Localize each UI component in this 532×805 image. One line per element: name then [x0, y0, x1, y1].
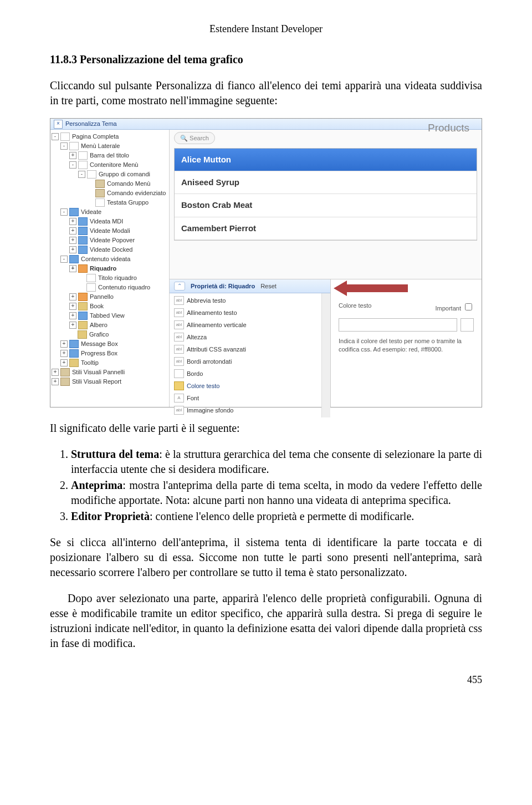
expand-toggle-icon[interactable]: +: [69, 293, 76, 300]
tree-node[interactable]: +Barra del titolo: [69, 151, 168, 160]
tree-node[interactable]: +Stili Visuali Pannelli: [52, 368, 168, 377]
property-row[interactable]: ablAbbrevia testo: [173, 294, 315, 307]
node-label: Barra del titolo: [90, 151, 129, 160]
tree-node[interactable]: +Book: [69, 302, 168, 311]
expand-toggle-icon[interactable]: +: [60, 359, 68, 366]
expand-toggle-icon[interactable]: +: [69, 303, 76, 310]
property-row[interactable]: ablBordi arrotondati: [173, 355, 315, 368]
expand-toggle-icon[interactable]: +: [69, 312, 76, 319]
expand-toggle-icon[interactable]: +: [52, 378, 59, 385]
node-label: Progress Box: [81, 349, 117, 358]
property-row[interactable]: AFont: [173, 392, 315, 404]
property-row[interactable]: ablAllineamento testo: [173, 307, 315, 319]
properties-list[interactable]: ablAbbrevia testoablAllineamento testoab…: [170, 293, 321, 417]
paragraph-1: Se si clicca all'interno dell'anteprima,…: [50, 535, 482, 580]
theme-tree[interactable]: -Pagina Completa-Menù Laterale+Barra del…: [50, 130, 170, 407]
tree-node[interactable]: +Albero: [69, 320, 168, 330]
tree-node[interactable]: +Pannello: [69, 292, 168, 302]
node-icon: [95, 198, 105, 207]
important-checkbox[interactable]: [465, 303, 472, 310]
property-label: Allineamento verticale: [187, 321, 247, 329]
property-icon: abl: [174, 333, 184, 342]
node-icon: [86, 274, 96, 282]
tree-node[interactable]: -Menù Laterale: [60, 141, 168, 151]
property-row[interactable]: ablImmagine sfondo: [173, 404, 315, 416]
node-icon: [86, 283, 96, 292]
tree-node[interactable]: -Pagina Completa: [52, 132, 168, 141]
property-row[interactable]: ablAttributi CSS avanzati: [173, 343, 315, 355]
color-input[interactable]: [339, 318, 457, 332]
node-icon: [78, 293, 88, 301]
property-icon: [174, 369, 184, 378]
property-row[interactable]: Colore testo: [173, 380, 315, 392]
expand-toggle-icon[interactable]: +: [69, 218, 76, 225]
close-icon[interactable]: ×: [54, 120, 63, 129]
property-icon: abl: [174, 345, 184, 354]
running-header: Estendere Instant Developer: [50, 22, 482, 35]
tree-node[interactable]: +Videate Popover: [69, 236, 168, 245]
tree-node[interactable]: +Message Box: [60, 339, 168, 349]
reset-button[interactable]: Reset: [260, 282, 277, 291]
callout-arrow-icon: [334, 281, 408, 296]
expand-toggle-icon[interactable]: +: [52, 369, 59, 376]
property-icon: abl: [174, 320, 184, 329]
expand-toggle-icon[interactable]: -: [78, 171, 85, 178]
expand-toggle-icon[interactable]: +: [69, 237, 76, 244]
tree-node[interactable]: Testata Gruppo: [87, 198, 168, 207]
collapse-icon[interactable]: ⌃: [174, 282, 185, 291]
expand-toggle-icon[interactable]: +: [69, 265, 76, 272]
tree-node[interactable]: Comando Menù: [87, 179, 168, 188]
node-label: Comando evidenziato: [107, 189, 166, 197]
expand-toggle-icon[interactable]: +: [69, 246, 76, 253]
expand-toggle-icon[interactable]: +: [69, 322, 76, 329]
property-row[interactable]: ablAltezza: [173, 331, 315, 343]
tree-node[interactable]: Grafico: [69, 330, 168, 339]
expand-toggle-icon[interactable]: -: [60, 256, 68, 263]
window-titlebar: × Personalizza Tema: [50, 119, 482, 130]
property-label: Bordi arrotondati: [187, 358, 232, 366]
product-row[interactable]: Aniseed Syrup: [175, 171, 477, 194]
property-label: Allineamento testo: [187, 309, 237, 317]
expand-toggle-icon[interactable]: -: [69, 161, 76, 169]
color-swatch[interactable]: [461, 318, 474, 332]
tree-node[interactable]: +Videate Modali: [69, 226, 168, 236]
node-label: Menù Laterale: [81, 142, 120, 150]
node-icon: [78, 302, 88, 310]
tree-node[interactable]: Titolo riquadro: [78, 273, 168, 283]
tree-node[interactable]: +Videate Docked: [69, 245, 168, 254]
tree-node[interactable]: Comando evidenziato: [87, 188, 168, 198]
preview-pane[interactable]: 🔍 Search Products Alice MuttonAniseed Sy…: [170, 130, 482, 279]
node-icon: [69, 255, 79, 263]
node-icon: [78, 330, 87, 339]
expand-toggle-icon[interactable]: +: [60, 340, 68, 348]
expand-toggle-icon[interactable]: +: [60, 350, 68, 357]
tree-node[interactable]: +Progress Box: [60, 349, 168, 358]
product-row[interactable]: Camembert Pierrot: [175, 217, 477, 240]
tree-node[interactable]: +Tabbed View: [69, 311, 168, 320]
product-row[interactable]: Alice Mutton: [175, 149, 477, 171]
tree-node[interactable]: -Gruppo di comandi: [78, 170, 168, 179]
product-row[interactable]: Boston Crab Meat: [175, 194, 477, 217]
expand-toggle-icon[interactable]: +: [69, 227, 76, 235]
tree-node[interactable]: Contenuto riquadro: [78, 283, 168, 292]
tree-node[interactable]: -Contenitore Menù: [69, 160, 168, 170]
node-label: Videate Popover: [90, 236, 135, 244]
property-row[interactable]: Bordo: [173, 368, 315, 380]
node-icon: [78, 161, 88, 169]
expand-toggle-icon[interactable]: -: [60, 142, 68, 150]
tree-node[interactable]: +Stili Visuali Report: [52, 377, 168, 386]
tree-node[interactable]: +Tooltip: [60, 358, 168, 368]
tree-node[interactable]: +Riquadro: [69, 264, 168, 273]
scrollbar[interactable]: [321, 293, 330, 417]
tree-node[interactable]: -Contenuto videata: [60, 254, 168, 264]
property-row[interactable]: ablAllineamento verticale: [173, 319, 315, 331]
node-label: Message Box: [81, 340, 118, 348]
tree-node[interactable]: -Videate: [60, 207, 168, 217]
tree-node[interactable]: +Videata MDI: [69, 217, 168, 226]
expand-toggle-icon[interactable]: +: [69, 152, 76, 159]
expand-toggle-icon[interactable]: -: [52, 133, 59, 140]
expand-toggle-icon[interactable]: -: [60, 208, 68, 216]
search-input[interactable]: 🔍 Search: [174, 132, 215, 144]
property-label: Abbrevia testo: [187, 297, 226, 305]
products-list: Alice MuttonAniseed SyrupBoston Crab Mea…: [174, 148, 477, 241]
